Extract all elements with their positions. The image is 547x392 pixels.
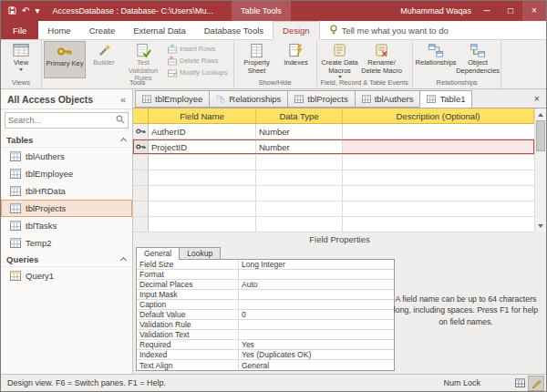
tell-me-box[interactable]: Tell me what you want to do (329, 21, 449, 39)
property-value[interactable]: Yes (239, 340, 394, 349)
row-selector[interactable] (133, 217, 149, 232)
object-dependencies-button[interactable]: Object Dependencies (457, 41, 499, 78)
column-header-description[interactable]: Description (Optional) (343, 108, 534, 123)
tab-external-data[interactable]: External Data (124, 21, 195, 39)
sidebar-item-tblHRData[interactable]: tblHRData (1, 182, 132, 200)
search-icon[interactable] (116, 115, 125, 126)
property-value[interactable]: Auto (239, 280, 394, 289)
property-value[interactable]: Long Integer (239, 260, 394, 269)
data-type-cell[interactable]: Number (256, 139, 343, 154)
data-type-cell[interactable] (256, 186, 343, 201)
navigation-pane-header[interactable]: All Access Objects « (1, 89, 132, 109)
property-value[interactable]: 0 (239, 310, 394, 319)
undo-icon[interactable]: ↶ (22, 6, 29, 15)
description-cell[interactable] (343, 186, 534, 201)
tab-general[interactable]: General (136, 247, 180, 260)
tab-lookup[interactable]: Lookup (179, 247, 221, 260)
property-value[interactable] (239, 330, 394, 339)
column-header-data-type[interactable]: Data Type (256, 108, 343, 123)
doc-tab-tblAuthers[interactable]: tblAuthers (355, 90, 421, 108)
row-selector[interactable] (133, 139, 149, 154)
description-cell[interactable] (343, 201, 534, 216)
scrollbar-thumb[interactable] (536, 120, 545, 151)
property-value[interactable]: Yes (Duplicates OK) (239, 350, 394, 359)
doc-tab-table1[interactable]: Table1 (419, 90, 472, 108)
property-value[interactable] (239, 300, 394, 309)
sidebar-item-Temp2[interactable]: Temp2 (1, 234, 132, 252)
tab-design[interactable]: Design (273, 21, 320, 40)
minimize-button[interactable]: ─ (475, 1, 499, 21)
maximize-button[interactable]: □ (499, 1, 522, 21)
save-icon[interactable] (8, 6, 16, 16)
field-name-cell[interactable] (149, 155, 256, 170)
primary-key-button[interactable]: Primary Key (44, 41, 86, 78)
modify-lookups-button[interactable]: Modify Lookups (164, 67, 232, 78)
data-type-cell[interactable] (256, 201, 343, 216)
sidebar-item-tblEmployee[interactable]: tblEmployee (1, 165, 132, 182)
tab-file[interactable]: File (1, 21, 38, 39)
indexes-button[interactable]: Indexes (278, 41, 315, 78)
tab-database-tools[interactable]: Database Tools (195, 21, 273, 39)
data-type-cell[interactable] (256, 170, 343, 185)
grid-corner-cell[interactable] (133, 108, 149, 123)
field-row-projectid[interactable]: ProjectID Number (133, 139, 534, 155)
datasheet-view-button[interactable] (511, 376, 528, 391)
shutter-close-icon[interactable]: « (120, 94, 126, 105)
property-value[interactable]: General (239, 360, 394, 370)
design-view-button[interactable] (528, 376, 544, 391)
create-data-macros-button[interactable]: Create Data Macros (319, 41, 361, 78)
empty-field-row[interactable] (133, 217, 534, 232)
qat-customize-icon[interactable]: ▾ (35, 6, 39, 15)
column-header-field-name[interactable]: Field Name (149, 108, 256, 123)
delete-rows-button[interactable]: Delete Rows (164, 55, 232, 67)
row-selector[interactable] (133, 124, 149, 139)
close-document-icon[interactable]: × (528, 93, 546, 104)
search-input[interactable] (8, 116, 116, 125)
insert-rows-button[interactable]: Insert Rows (164, 43, 232, 55)
sidebar-item-tblProjects[interactable]: tblProjects (1, 200, 132, 217)
data-type-cell[interactable] (256, 217, 343, 232)
doc-tab-tblEmployee[interactable]: tblEmployee (135, 90, 210, 108)
field-name-cell[interactable] (149, 186, 256, 201)
description-cell[interactable] (343, 139, 534, 154)
sidebar-item-tblAuthers[interactable]: tblAuthers (1, 148, 132, 165)
data-type-cell[interactable] (256, 155, 343, 170)
field-name-cell[interactable] (149, 170, 256, 185)
sidebar-item-tblTasks[interactable]: tblTasks (1, 217, 132, 234)
close-button[interactable]: × (522, 1, 546, 21)
empty-field-row[interactable] (133, 155, 534, 170)
description-cell[interactable] (343, 170, 534, 185)
vertical-scrollbar[interactable] (534, 108, 546, 232)
property-sheet-button[interactable]: Property Sheet (236, 41, 278, 78)
scroll-down-arrow[interactable] (535, 220, 546, 232)
row-selector[interactable] (133, 170, 149, 185)
row-selector[interactable] (133, 201, 149, 216)
field-name-cell[interactable] (149, 217, 256, 232)
field-name-cell[interactable]: ProjectID (149, 139, 256, 154)
empty-field-row[interactable] (133, 186, 534, 201)
description-cell[interactable] (343, 124, 534, 139)
property-value[interactable] (239, 270, 394, 279)
field-name-cell[interactable]: AutherID (149, 124, 256, 139)
view-button[interactable]: View (3, 41, 39, 78)
sidebar-item-Query1[interactable]: Query1 (1, 267, 132, 284)
description-cell[interactable] (343, 217, 534, 232)
tab-create[interactable]: Create (80, 21, 125, 39)
builder-button[interactable]: Builder (86, 41, 122, 78)
description-cell[interactable] (343, 155, 534, 170)
empty-field-row[interactable] (133, 201, 534, 217)
test-validation-rules-button[interactable]: Test Validation Rules (122, 41, 164, 78)
row-selector[interactable] (133, 186, 149, 201)
doc-tab-tblProjects[interactable]: tblProjects (287, 90, 355, 108)
tab-home[interactable]: Home (38, 21, 79, 39)
scroll-up-arrow[interactable] (535, 108, 546, 120)
field-row-autherid[interactable]: AutherID Number (133, 124, 534, 139)
rename-delete-macro-button[interactable]: Rename/ Delete Macro (361, 41, 403, 78)
property-value[interactable] (239, 290, 394, 299)
sidebar-section-tables[interactable]: Tables (1, 132, 132, 148)
doc-tab-relationships[interactable]: Relationships (209, 90, 288, 108)
property-value[interactable] (239, 320, 394, 329)
scrollbar-track[interactable] (535, 120, 546, 220)
sidebar-section-queries[interactable]: Queries (1, 252, 132, 267)
data-type-cell[interactable]: Number (256, 124, 343, 139)
